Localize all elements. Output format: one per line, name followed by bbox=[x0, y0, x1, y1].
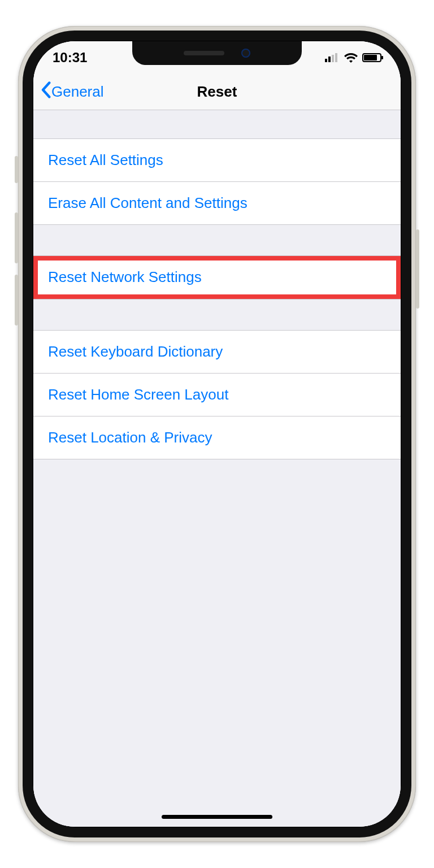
mute-switch bbox=[15, 156, 18, 183]
wifi-icon bbox=[344, 53, 358, 63]
volume-up-button bbox=[15, 212, 18, 263]
svg-rect-2 bbox=[332, 55, 334, 62]
screen: 10:31 bbox=[33, 41, 401, 827]
notch bbox=[132, 41, 302, 65]
speaker bbox=[184, 51, 224, 55]
power-button bbox=[416, 229, 419, 309]
cell-signal-icon bbox=[325, 53, 340, 62]
front-camera bbox=[241, 49, 250, 58]
settings-content: Reset All Settings Erase All Content and… bbox=[33, 110, 401, 827]
settings-group-2: Reset Network Settings bbox=[33, 255, 401, 300]
status-time: 10:31 bbox=[53, 50, 87, 66]
row-reset-network-settings[interactable]: Reset Network Settings bbox=[33, 256, 401, 299]
volume-down-button bbox=[15, 275, 18, 326]
home-indicator[interactable] bbox=[162, 815, 272, 819]
nav-bar: General Reset bbox=[33, 74, 401, 110]
nav-title: Reset bbox=[197, 83, 237, 101]
svg-rect-1 bbox=[328, 57, 331, 62]
row-erase-all-content[interactable]: Erase All Content and Settings bbox=[33, 182, 401, 224]
svg-rect-3 bbox=[335, 53, 337, 62]
row-reset-keyboard-dictionary[interactable]: Reset Keyboard Dictionary bbox=[33, 331, 401, 374]
phone-frame: 10:31 bbox=[18, 26, 416, 842]
row-reset-all-settings[interactable]: Reset All Settings bbox=[33, 139, 401, 182]
battery-icon bbox=[362, 53, 381, 62]
settings-group-1: Reset All Settings Erase All Content and… bbox=[33, 138, 401, 225]
row-reset-home-screen-layout[interactable]: Reset Home Screen Layout bbox=[33, 374, 401, 416]
settings-group-3: Reset Keyboard Dictionary Reset Home Scr… bbox=[33, 330, 401, 459]
back-label: General bbox=[51, 83, 104, 101]
row-reset-location-privacy[interactable]: Reset Location & Privacy bbox=[33, 416, 401, 459]
svg-rect-0 bbox=[325, 59, 327, 62]
chevron-left-icon bbox=[40, 81, 51, 102]
back-button[interactable]: General bbox=[40, 74, 104, 110]
